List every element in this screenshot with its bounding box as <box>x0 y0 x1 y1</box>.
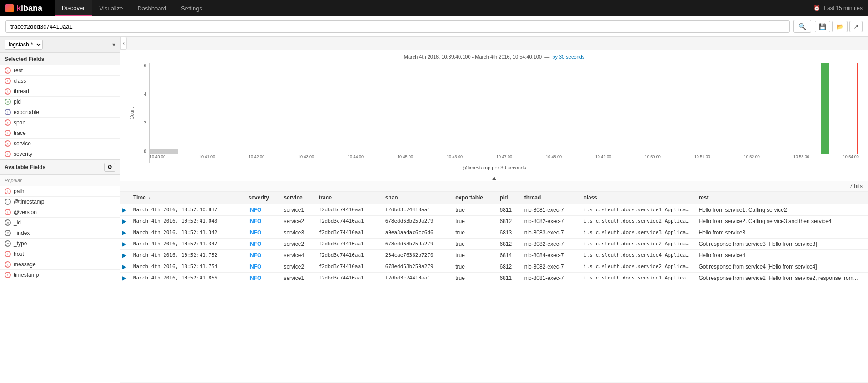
cell-service: service3 <box>280 227 315 239</box>
x-label-3: 10:42:00 <box>249 154 264 163</box>
cell-span: 678edd63b259a279 <box>382 216 452 227</box>
field-name-index: _index <box>14 230 30 236</box>
results-area[interactable]: Time ▲ severity service trace span expor… <box>120 192 868 382</box>
table-header-row: Time ▲ severity service trace span expor… <box>120 192 868 204</box>
field-item-host[interactable]: t host <box>0 249 120 259</box>
table-row: ▶ March 4th 2016, 10:52:41.752 INFO serv… <box>120 250 868 261</box>
th-rest[interactable]: rest <box>695 192 868 204</box>
field-name-path: path <box>14 188 24 194</box>
cell-severity: INFO <box>245 273 280 284</box>
field-type-icon-version: t <box>5 209 11 215</box>
field-item-trace[interactable]: t trace <box>0 128 120 139</box>
search-input[interactable] <box>5 20 790 33</box>
cell-time: March 4th 2016, 10:52:41.347 <box>130 239 245 250</box>
nav-visualize[interactable]: Visualize <box>92 0 130 16</box>
cell-time: March 4th 2016, 10:52:41.752 <box>130 250 245 261</box>
field-item-type[interactable]: # _type <box>0 239 120 249</box>
th-severity[interactable]: severity <box>245 192 280 204</box>
field-name-type: _type <box>14 240 27 247</box>
cell-time: March 4th 2016, 10:52:41.342 <box>130 227 245 239</box>
field-item-thread[interactable]: t thread <box>0 86 120 97</box>
nav-time[interactable]: ⏰ Last 15 minutes <box>808 5 868 11</box>
cell-exportable: true <box>452 204 496 216</box>
field-item-id[interactable]: # _id <box>0 218 120 228</box>
th-pid[interactable]: pid <box>496 192 521 204</box>
th-trace[interactable]: trace <box>315 192 381 204</box>
field-item-version[interactable]: t @version <box>0 207 120 218</box>
sidebar-toggle[interactable]: ▾ <box>112 41 115 48</box>
index-selector[interactable]: logstash-* <box>5 40 43 50</box>
y-axis-label: Count <box>130 107 135 119</box>
th-service[interactable]: service <box>280 192 315 204</box>
th-thread[interactable]: thread <box>521 192 580 204</box>
chart-date-range: March 4th 2016, 10:39:40.100 - March 4th… <box>404 54 542 60</box>
chart-interval-link[interactable]: by 30 seconds <box>552 54 584 60</box>
field-item-timestamp[interactable]: t timestamp <box>0 270 120 280</box>
cell-severity: INFO <box>245 250 280 261</box>
x-label-2: 10:41:00 <box>199 154 215 163</box>
cell-service: service4 <box>280 250 315 261</box>
nav-dashboard[interactable]: Dashboard <box>130 0 174 16</box>
cell-pid: 6811 <box>496 204 521 216</box>
save-button[interactable]: 💾 <box>815 21 830 32</box>
field-name-rest: rest <box>14 67 23 74</box>
expand-row-btn[interactable]: ▶ <box>120 239 130 250</box>
x-label-12: 10:51:00 <box>694 154 710 163</box>
cell-class: i.s.c.sleuth.docs.service1.Application <box>580 273 695 284</box>
field-item-rest[interactable]: t rest <box>0 65 120 76</box>
th-span[interactable]: span <box>382 192 452 204</box>
cell-rest: Hello from service3 <box>695 227 868 239</box>
cell-exportable: true <box>452 239 496 250</box>
x-label-9: 10:48:00 <box>546 154 562 163</box>
field-item-timestamp-at[interactable]: ⊙ @timestamp <box>0 197 120 207</box>
cell-class: i.s.c.sleuth.docs.service2.Application <box>580 239 695 250</box>
nav-settings[interactable]: Settings <box>174 0 210 16</box>
field-item-span[interactable]: t span <box>0 118 120 128</box>
field-type-icon-path: t <box>5 188 11 194</box>
field-item-service[interactable]: t service <box>0 139 120 149</box>
expand-row-btn[interactable]: ▶ <box>120 216 130 227</box>
cell-time: March 4th 2016, 10:52:41.040 <box>130 216 245 227</box>
search-button[interactable]: 🔍 <box>793 20 811 33</box>
available-fields-label: Available Fields <box>5 164 45 170</box>
sidebar-collapse-button[interactable]: ‹ <box>120 37 127 50</box>
chart-area: March 4th 2016, 10:39:40.100 - March 4th… <box>120 50 868 181</box>
cell-span: f2dbd3c74410aa1 <box>382 204 452 216</box>
expand-row-btn[interactable]: ▶ <box>120 273 130 284</box>
share-button[interactable]: ↗ <box>849 21 863 32</box>
field-item-class[interactable]: t class <box>0 76 120 86</box>
available-fields-settings[interactable]: ⚙ <box>104 163 115 172</box>
chart-x-labels: 10:40:00 10:41:00 10:42:00 10:43:00 10:4… <box>150 154 859 163</box>
nav-discover[interactable]: Discover <box>55 0 92 16</box>
timestamp-per-label: @timestamp per 30 seconds <box>462 165 526 170</box>
field-item-path[interactable]: t path <box>0 186 120 197</box>
cell-pid: 6813 <box>496 227 521 239</box>
cell-rest: Got response from service2 [Hello from s… <box>695 273 868 284</box>
time-label: Last 15 minutes <box>824 5 863 11</box>
collapse-area: ‹ <box>120 37 868 50</box>
cell-pid: 6811 <box>496 273 521 284</box>
sort-icon-time: ▲ <box>147 195 152 200</box>
expand-row-btn[interactable]: ▶ <box>120 227 130 239</box>
load-button[interactable]: 📂 <box>832 21 848 32</box>
field-item-exportable[interactable]: ! exportable <box>0 107 120 118</box>
field-item-index[interactable]: # _index <box>0 228 120 239</box>
th-time[interactable]: Time ▲ <box>130 192 245 204</box>
field-item-severity[interactable]: t severity <box>0 149 120 159</box>
chart-footer: @timestamp per 30 seconds <box>130 163 859 172</box>
y-label-0: 0 <box>144 149 146 154</box>
expand-row-btn[interactable]: ▶ <box>120 261 130 273</box>
field-name-version: @version <box>14 209 37 215</box>
field-type-icon-severity: t <box>5 151 11 157</box>
cell-span: 678edd63b259a279 <box>382 261 452 273</box>
chevron-up-icon: ▲ <box>491 174 498 181</box>
expand-row-btn[interactable]: ▶ <box>120 204 130 216</box>
field-type-icon-pid: # <box>5 99 11 105</box>
th-exportable[interactable]: exportable <box>452 192 496 204</box>
field-item-message[interactable]: t message <box>0 259 120 270</box>
expand-row-btn[interactable]: ▶ <box>120 250 130 261</box>
th-class[interactable]: class <box>580 192 695 204</box>
field-type-icon-service: t <box>5 140 11 147</box>
cell-span: 234cae76362b7270 <box>382 250 452 261</box>
field-item-pid[interactable]: # pid <box>0 97 120 107</box>
